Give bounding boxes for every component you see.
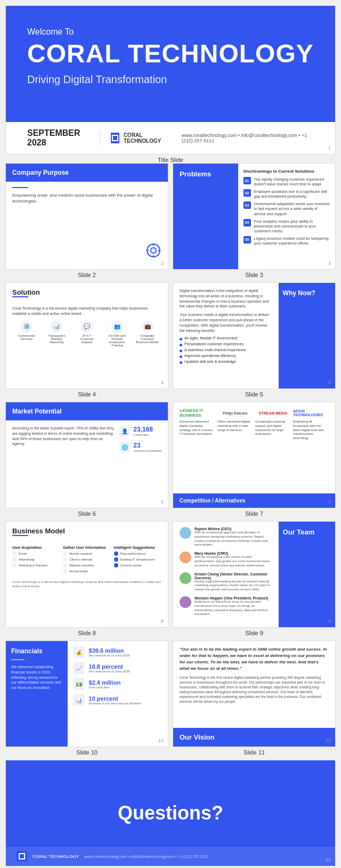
bm-col-3-title: Intelligent Suggestions [114,546,161,549]
slide-3-left: Problems [173,164,238,269]
bm-text-3-2: Existing IT Infrastructure [120,558,155,561]
bm-text-2-2: Client's referrals [69,558,92,561]
problem-item-1: 01 The rapidly changing customer experie… [243,177,330,186]
fin-number-4: 10 percent [89,695,141,702]
bm-text-3-1: Past performance [120,552,145,555]
bm-col-1-title: User Acquisition [12,546,60,549]
icons-row: ⚙️ Customized Services 📊 Transparent Mon… [12,321,161,347]
slide-5-left: Digital transformation is the integratio… [173,283,279,388]
team-info-4: Wossen Hopper (Vice President, Product) … [194,596,272,616]
problem-item-3: 03 Omnichannel adaptation needs your bus… [243,201,330,216]
brand-area: CORAL TECHNOLOGY [111,132,171,144]
slide-4-wrapper: Solution Coral Technology is a full-serv… [5,282,168,398]
cashflow-icon: 💵 [73,678,85,690]
slide-number-1: 1 [328,145,331,151]
slide-5-title: Why Now? [283,289,315,297]
bm-item-3-1: Past performance [114,551,161,556]
team-member-2: Mary Hawks (CMO) With an exceptional tra… [180,551,272,567]
icon-label-3: 24 X 7 Customer Support [75,334,99,344]
team-desc-3: Having supported leading brands for seve… [194,580,272,592]
page-container: Welcome To CORAL TECHNOLOGY Driving Digi… [0,0,341,868]
stat-item-1: 👤 23,168 Customers [119,426,153,436]
slide-3-label: Slide 3 [245,272,263,278]
slide-4-header: Solution [6,283,168,304]
problem-text-3: Omnichannel adaptation needs your busine… [254,201,330,216]
bm-dot-6 [63,563,67,567]
slide-6-title: Market Potential [12,408,161,415]
team-info-3: Kristin Cheng (Senior Director, Customer… [194,572,272,592]
slide-12-wrapper: Questions? CORAL TECHNOLOGY www.coraltec… [5,760,336,868]
slide-5-label: Slide 5 [245,391,263,398]
lioness-logo-text: LIONESS IT BUSINESS [180,408,215,418]
slide-6-body: According to the latest Sunwell report, … [6,420,168,458]
slide-6-left: According to the latest Sunwell report, … [12,426,114,452]
slide-2-header: Company Purpose [6,164,168,182]
icon-item-4: 👥 On-Site and Remote Employees Training [105,321,129,347]
questions-heading: Questions? [118,802,223,824]
slide-4-body: Coral Technology is a full-service digit… [6,304,168,349]
philjo-logo-text: Philjo Dalcare [223,411,247,415]
team-name-3: Kristin Cheng (Senior Director, Customer… [194,572,272,580]
slide-11-footer: Our Vision [173,728,335,747]
our-vision-title: Our Vision [180,733,329,741]
bullet-text-2: Personalized customer experiences [184,342,243,346]
competitor-2-text: Offers advanced digital marketing with a… [217,420,253,432]
stat-text-2: 23 countries worldwide [133,442,161,452]
slide-7-wrapper: LIONESS IT BUSINESS Enhanced advanced di… [173,402,336,517]
icon-label-4: On-Site and Remote Employees Training [105,334,129,347]
competitor-4-text: Employing all businesses with the latest… [293,420,329,441]
slide-11-wrapper: "Our aim is to be the leading expert in … [173,640,336,756]
bm-col-2-title: Gather User Information [63,546,110,549]
slide-12-brand-name: CORAL TECHNOLOGY [33,854,79,859]
competitor-3-text: Unmatched customer support and digital e… [255,420,291,436]
slide-2: Company Purpose Empowering small- and me… [5,163,168,270]
slide-7-footer: Competition / Alternatives [173,493,335,508]
presentation-date: SEPTEMBER 2028 [27,128,89,148]
competitor-4: AFION TECHNOLOGIES Employing all busines… [293,408,329,461]
slide-number-7: 7 [328,499,331,505]
bm-item-1-3: Distribution Partners [12,563,60,567]
slide-8-label: Slide 8 [78,630,96,636]
fin-desc-4: Increase in our semi-annual dividend [89,702,141,705]
slide-3-wrapper: Problems Shortcomings to Current Solutio… [173,163,336,278]
bm-dot-2 [12,557,17,562]
slide-number-3: 3 [328,261,331,266]
slide-6: Market Potential According to the latest… [5,402,168,508]
reporting-icon: 📊 [51,321,62,332]
bm-text-3-3: Current market [120,564,142,567]
bm-col-2: Gather User Information Market research … [63,546,110,575]
slide-1-content: Welcome To CORAL TECHNOLOGY Driving Digi… [6,6,335,96]
dividend-icon: 📊 [73,694,85,706]
slide-5-body: Your business needs a digital transforma… [180,312,272,333]
bm-item-3-3: Current market [114,563,161,567]
slide-number-6: 5 [161,499,164,505]
bullet-1: An agile, flexible IT environment [180,336,272,340]
blue-line-8 [12,535,28,536]
bullet-2: Personalized customer experiences [180,342,272,346]
team-name-1: Rajesh Mishra (CEO) [194,527,272,531]
slide-number-11: 11 [326,738,331,743]
slide-1-wrapper: Welcome To CORAL TECHNOLOGY Driving Digi… [5,5,336,163]
lioness-logo: LIONESS IT BUSINESS [180,408,215,418]
team-info-2: Mary Hawks (CMO) With an exceptional tra… [194,551,272,567]
bullet-dot-3 [180,350,182,352]
bm-dot-blue-1 [114,551,118,556]
team-desc-1: With an unwavering approach and decades … [194,531,272,547]
our-team-title: Our Team [283,528,315,536]
slide-12-logo-inner [19,853,25,859]
fin-item-1: 💰 $39.6 million Net revenue as of June 2… [73,646,163,658]
slide-9-left: Rajesh Mishra (CEO) With an unwavering a… [173,522,279,627]
slide-11-top: "Our aim is to be the leading expert in … [173,641,335,710]
slide-number-9: 9 [328,619,331,624]
bm-item-2-3: Website activities [63,563,110,567]
icon-item-3: 💬 24 X 7 Customer Support [75,321,99,347]
icon-label-5: A Digitally Focused Business Model [135,334,159,344]
stat-number-2: 23 [133,442,161,449]
slide-3: Problems Shortcomings to Current Solutio… [173,163,336,270]
bm-item-1-2: Advertising [12,557,60,562]
financials-body: We delivered outstanding financial resul… [11,664,62,691]
problem-item-4: 04 Poor analytics means poor ability to … [243,219,330,233]
svg-point-0 [147,244,160,257]
stream-logo-text: STREAM MEDIA [258,411,287,415]
team-member-3: Kristin Cheng (Senior Director, Customer… [180,572,272,592]
